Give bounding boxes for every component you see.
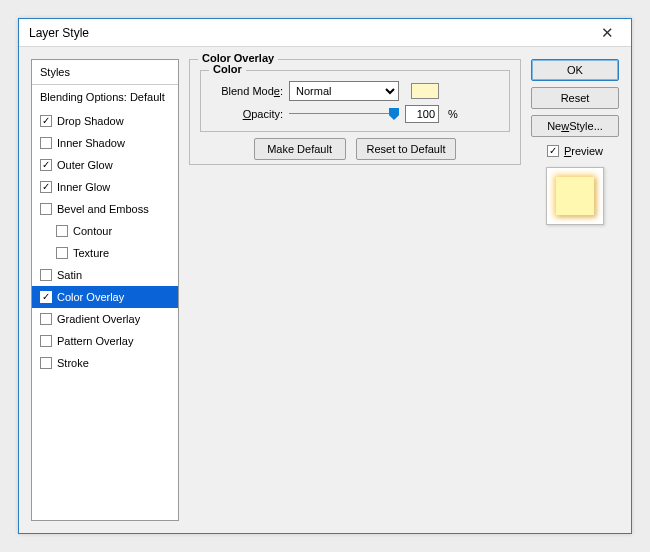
settings-panel: Color Overlay Color Blend Mode: Normal O… [189,59,521,521]
ok-button[interactable]: OK [531,59,619,81]
styles-header[interactable]: Styles [32,60,178,85]
opacity-input[interactable] [405,105,439,123]
style-checkbox[interactable] [40,269,52,281]
style-item-label: Drop Shadow [57,115,124,127]
style-checkbox[interactable]: ✓ [40,291,52,303]
style-checkbox[interactable] [40,357,52,369]
new-style-button[interactable]: New Style... [531,115,619,137]
style-checkbox[interactable]: ✓ [40,159,52,171]
preview-thumbnail [546,167,604,225]
opacity-slider-thumb[interactable] [389,108,399,120]
preview-toggle[interactable]: ✓ Preview [531,145,619,157]
style-checkbox[interactable]: ✓ [40,181,52,193]
opacity-label: Opacity: [211,108,283,120]
style-checkbox[interactable] [56,225,68,237]
style-item-label: Bevel and Emboss [57,203,149,215]
style-item-stroke[interactable]: Stroke [32,352,178,374]
styles-list: Styles Blending Options: Default ✓Drop S… [31,59,179,521]
style-item-label: Satin [57,269,82,281]
style-item-label: Color Overlay [57,291,124,303]
style-item-label: Gradient Overlay [57,313,140,325]
style-checkbox[interactable] [40,203,52,215]
reset-to-default-button[interactable]: Reset to Default [356,138,457,160]
right-column: OK Reset New Style... ✓ Preview [531,59,619,521]
blend-mode-row: Blend Mode: Normal [211,81,499,101]
style-item-label: Stroke [57,357,89,369]
layer-style-dialog: Layer Style ✕ Styles Blending Options: D… [18,18,632,534]
close-icon[interactable]: ✕ [587,24,627,42]
style-item-inner-glow[interactable]: ✓Inner Glow [32,176,178,198]
style-item-label: Texture [73,247,109,259]
style-item-label: Inner Shadow [57,137,125,149]
preview-label: Preview [564,145,603,157]
color-group-title: Color [209,63,246,75]
style-item-drop-shadow[interactable]: ✓Drop Shadow [32,110,178,132]
style-item-label: Contour [73,225,112,237]
dialog-title: Layer Style [29,26,587,40]
style-item-label: Outer Glow [57,159,113,171]
style-checkbox[interactable] [56,247,68,259]
blend-mode-label: Blend Mode: [211,85,283,97]
style-item-label: Pattern Overlay [57,335,133,347]
opacity-row: Opacity: % [211,105,499,123]
reset-button[interactable]: Reset [531,87,619,109]
preview-swatch [556,177,594,215]
style-item-contour[interactable]: Contour [32,220,178,242]
style-item-inner-shadow[interactable]: Inner Shadow [32,132,178,154]
style-checkbox[interactable] [40,335,52,347]
style-checkbox[interactable]: ✓ [40,115,52,127]
style-item-pattern-overlay[interactable]: Pattern Overlay [32,330,178,352]
style-checkbox[interactable] [40,137,52,149]
default-buttons-row: Make Default Reset to Default [200,138,510,160]
style-item-gradient-overlay[interactable]: Gradient Overlay [32,308,178,330]
style-item-color-overlay[interactable]: ✓Color Overlay [32,286,178,308]
style-item-outer-glow[interactable]: ✓Outer Glow [32,154,178,176]
blend-mode-select[interactable]: Normal [289,81,399,101]
preview-checkbox[interactable]: ✓ [547,145,559,157]
style-item-satin[interactable]: Satin [32,264,178,286]
color-group: Color Blend Mode: Normal Opacity: [200,70,510,132]
style-item-label: Inner Glow [57,181,110,193]
opacity-slider[interactable] [289,107,399,121]
color-swatch[interactable] [411,83,439,99]
opacity-unit: % [448,108,458,120]
blending-options-item[interactable]: Blending Options: Default [32,85,178,110]
color-overlay-fieldset: Color Overlay Color Blend Mode: Normal O… [189,59,521,165]
style-item-texture[interactable]: Texture [32,242,178,264]
titlebar: Layer Style ✕ [19,19,631,47]
make-default-button[interactable]: Make Default [254,138,346,160]
style-checkbox[interactable] [40,313,52,325]
style-item-bevel-and-emboss[interactable]: Bevel and Emboss [32,198,178,220]
dialog-body: Styles Blending Options: Default ✓Drop S… [19,47,631,533]
